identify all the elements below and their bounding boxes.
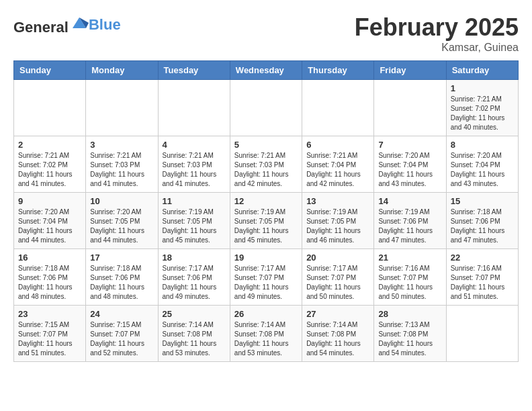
day-number: 6 [306, 140, 369, 150]
day-info: Sunrise: 7:18 AM Sunset: 7:06 PM Dayligh… [18, 264, 81, 302]
day-info: Sunrise: 7:16 AM Sunset: 7:07 PM Dayligh… [378, 264, 441, 302]
day-info: Sunrise: 7:21 AM Sunset: 7:03 PM Dayligh… [90, 151, 153, 189]
calendar-cell: 26Sunrise: 7:14 AM Sunset: 7:08 PM Dayli… [230, 306, 302, 362]
day-info: Sunrise: 7:17 AM Sunset: 7:07 PM Dayligh… [234, 264, 298, 302]
day-number: 20 [306, 253, 369, 263]
calendar-cell: 16Sunrise: 7:18 AM Sunset: 7:06 PM Dayli… [14, 249, 86, 306]
day-info: Sunrise: 7:17 AM Sunset: 7:07 PM Dayligh… [306, 264, 369, 302]
calendar-cell: 12Sunrise: 7:19 AM Sunset: 7:05 PM Dayli… [230, 193, 302, 249]
calendar-cell: 6Sunrise: 7:21 AM Sunset: 7:04 PM Daylig… [302, 136, 374, 193]
day-number: 17 [90, 253, 153, 263]
location-title: Kamsar, Guinea [355, 42, 519, 54]
logo-general: General [13, 19, 69, 36]
day-number: 3 [90, 140, 153, 150]
day-number: 27 [306, 309, 369, 319]
day-number: 10 [90, 196, 153, 206]
logo-blue: Blue [89, 16, 121, 33]
calendar-cell: 10Sunrise: 7:20 AM Sunset: 7:05 PM Dayli… [86, 193, 158, 249]
weekday-header-saturday: Saturday [446, 61, 518, 80]
calendar-cell: 21Sunrise: 7:16 AM Sunset: 7:07 PM Dayli… [374, 249, 446, 306]
day-info: Sunrise: 7:20 AM Sunset: 7:04 PM Dayligh… [451, 151, 514, 189]
calendar-cell: 18Sunrise: 7:17 AM Sunset: 7:06 PM Dayli… [158, 249, 230, 306]
day-info: Sunrise: 7:18 AM Sunset: 7:06 PM Dayligh… [451, 208, 514, 245]
calendar-cell: 20Sunrise: 7:17 AM Sunset: 7:07 PM Dayli… [302, 249, 374, 306]
day-number: 14 [378, 196, 441, 206]
calendar-cell: 13Sunrise: 7:19 AM Sunset: 7:05 PM Dayli… [302, 193, 374, 249]
calendar-cell: 11Sunrise: 7:19 AM Sunset: 7:05 PM Dayli… [158, 193, 230, 249]
day-info: Sunrise: 7:17 AM Sunset: 7:06 PM Dayligh… [163, 264, 226, 302]
day-info: Sunrise: 7:13 AM Sunset: 7:08 PM Dayligh… [378, 320, 441, 358]
weekday-header-wednesday: Wednesday [230, 61, 302, 80]
calendar-cell: 14Sunrise: 7:19 AM Sunset: 7:06 PM Dayli… [374, 193, 446, 249]
weekday-header-sunday: Sunday [14, 61, 86, 80]
calendar-cell: 24Sunrise: 7:15 AM Sunset: 7:07 PM Dayli… [86, 306, 158, 362]
day-number: 1 [451, 83, 514, 93]
day-info: Sunrise: 7:21 AM Sunset: 7:03 PM Dayligh… [234, 151, 298, 189]
calendar-cell: 4Sunrise: 7:21 AM Sunset: 7:03 PM Daylig… [158, 136, 230, 193]
day-info: Sunrise: 7:15 AM Sunset: 7:07 PM Dayligh… [18, 320, 81, 358]
weekday-header-tuesday: Tuesday [158, 61, 230, 80]
day-number: 28 [378, 309, 441, 319]
calendar-cell [158, 80, 230, 136]
day-info: Sunrise: 7:15 AM Sunset: 7:07 PM Dayligh… [90, 320, 153, 358]
day-info: Sunrise: 7:20 AM Sunset: 7:05 PM Dayligh… [90, 208, 153, 245]
day-number: 8 [451, 140, 514, 150]
calendar-cell [14, 80, 86, 136]
day-number: 4 [163, 140, 226, 150]
calendar-cell: 5Sunrise: 7:21 AM Sunset: 7:03 PM Daylig… [230, 136, 302, 193]
day-info: Sunrise: 7:21 AM Sunset: 7:04 PM Dayligh… [306, 151, 369, 189]
weekday-header-thursday: Thursday [302, 61, 374, 80]
calendar-cell: 27Sunrise: 7:14 AM Sunset: 7:08 PM Dayli… [302, 306, 374, 362]
calendar-cell: 15Sunrise: 7:18 AM Sunset: 7:06 PM Dayli… [446, 193, 518, 249]
calendar-cell: 23Sunrise: 7:15 AM Sunset: 7:07 PM Dayli… [14, 306, 86, 362]
weekday-header-monday: Monday [86, 61, 158, 80]
calendar-cell: 2Sunrise: 7:21 AM Sunset: 7:02 PM Daylig… [14, 136, 86, 193]
title-block: February 2025 Kamsar, Guinea [355, 13, 519, 54]
calendar-cell [302, 80, 374, 136]
page-header: General Blue February 2025 Kamsar, Guine… [13, 13, 519, 54]
day-number: 21 [378, 253, 441, 263]
day-info: Sunrise: 7:21 AM Sunset: 7:03 PM Dayligh… [163, 151, 226, 189]
calendar-week-4: 16Sunrise: 7:18 AM Sunset: 7:06 PM Dayli… [14, 249, 519, 306]
day-info: Sunrise: 7:18 AM Sunset: 7:06 PM Dayligh… [90, 264, 153, 302]
calendar-cell: 22Sunrise: 7:16 AM Sunset: 7:07 PM Dayli… [446, 249, 518, 306]
day-info: Sunrise: 7:21 AM Sunset: 7:02 PM Dayligh… [18, 151, 81, 189]
day-info: Sunrise: 7:20 AM Sunset: 7:04 PM Dayligh… [18, 208, 81, 245]
day-info: Sunrise: 7:21 AM Sunset: 7:02 PM Dayligh… [451, 95, 514, 132]
day-number: 26 [234, 309, 298, 319]
day-number: 24 [90, 309, 153, 319]
day-info: Sunrise: 7:14 AM Sunset: 7:08 PM Dayligh… [234, 320, 298, 358]
weekday-header-row: SundayMondayTuesdayWednesdayThursdayFrid… [14, 61, 519, 80]
day-info: Sunrise: 7:19 AM Sunset: 7:05 PM Dayligh… [234, 208, 298, 245]
calendar-week-2: 2Sunrise: 7:21 AM Sunset: 7:02 PM Daylig… [14, 136, 519, 193]
day-number: 11 [163, 196, 226, 206]
day-info: Sunrise: 7:14 AM Sunset: 7:08 PM Dayligh… [306, 320, 369, 358]
day-number: 25 [163, 309, 226, 319]
day-number: 7 [378, 140, 441, 150]
calendar-cell: 25Sunrise: 7:14 AM Sunset: 7:08 PM Dayli… [158, 306, 230, 362]
day-number: 18 [163, 253, 226, 263]
calendar-cell: 3Sunrise: 7:21 AM Sunset: 7:03 PM Daylig… [86, 136, 158, 193]
day-info: Sunrise: 7:16 AM Sunset: 7:07 PM Dayligh… [451, 264, 514, 302]
calendar-table: SundayMondayTuesdayWednesdayThursdayFrid… [13, 60, 519, 362]
calendar-cell [446, 306, 518, 362]
day-info: Sunrise: 7:19 AM Sunset: 7:06 PM Dayligh… [378, 208, 441, 245]
calendar-cell [374, 80, 446, 136]
day-number: 2 [18, 140, 81, 150]
day-info: Sunrise: 7:20 AM Sunset: 7:04 PM Dayligh… [378, 151, 441, 189]
day-info: Sunrise: 7:19 AM Sunset: 7:05 PM Dayligh… [306, 208, 369, 245]
calendar-cell: 8Sunrise: 7:20 AM Sunset: 7:04 PM Daylig… [446, 136, 518, 193]
calendar-week-3: 9Sunrise: 7:20 AM Sunset: 7:04 PM Daylig… [14, 193, 519, 249]
calendar-cell: 28Sunrise: 7:13 AM Sunset: 7:08 PM Dayli… [374, 306, 446, 362]
day-number: 22 [451, 253, 514, 263]
day-number: 9 [18, 196, 81, 206]
day-number: 5 [234, 140, 298, 150]
calendar-week-5: 23Sunrise: 7:15 AM Sunset: 7:07 PM Dayli… [14, 306, 519, 362]
calendar-cell [230, 80, 302, 136]
calendar-cell: 9Sunrise: 7:20 AM Sunset: 7:04 PM Daylig… [14, 193, 86, 249]
day-number: 12 [234, 196, 298, 206]
day-number: 15 [451, 196, 514, 206]
day-number: 19 [234, 253, 298, 263]
day-info: Sunrise: 7:19 AM Sunset: 7:05 PM Dayligh… [163, 208, 226, 245]
day-number: 16 [18, 253, 81, 263]
